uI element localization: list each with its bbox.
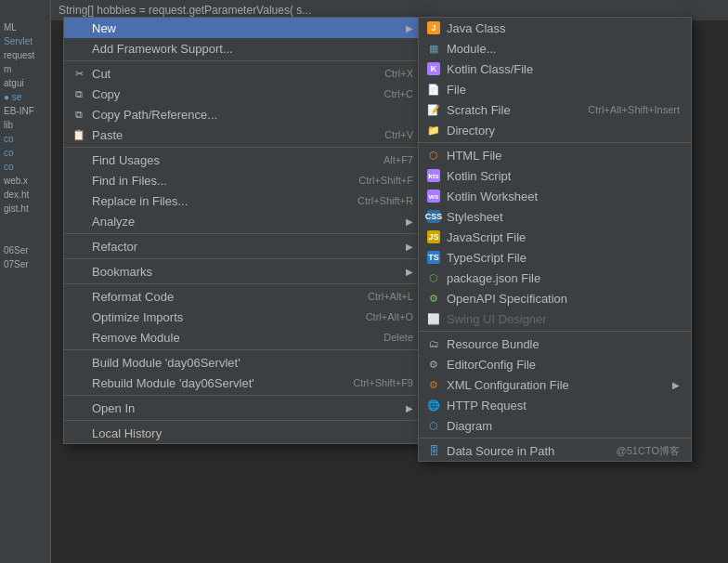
separator-6 xyxy=(64,349,424,350)
menu-item-add-framework[interactable]: Add Framework Support... xyxy=(64,38,424,59)
separator-3 xyxy=(64,233,424,234)
sidebar-item-dexht: dex.ht xyxy=(0,188,51,202)
menu-item-optimize-imports[interactable]: Optimize Imports Ctrl+Alt+O xyxy=(64,307,424,327)
sidebar-item-ebinf: EB-INF xyxy=(0,104,51,118)
sidebar-item-m: m xyxy=(0,62,51,76)
copy-path-icon: ⧉ xyxy=(72,107,86,122)
resource-bundle-icon: 🗂 xyxy=(426,336,441,351)
menu-item-paste[interactable]: 📋 Paste Ctrl+V xyxy=(64,124,424,145)
sidebar-item-num1: 06Ser xyxy=(0,243,51,257)
analyze-arrow: ▶ xyxy=(406,216,413,227)
menu-label-bookmarks: Bookmarks xyxy=(92,265,152,279)
directory-icon: 📁 xyxy=(426,123,441,137)
separator-2 xyxy=(64,147,424,148)
menu-item-editorconfig[interactable]: ⚙ EditorConfig File xyxy=(419,354,691,374)
menu-item-local-history[interactable]: Local History xyxy=(64,423,424,443)
sidebar-item-ml: ML xyxy=(0,20,51,34)
menu-item-find-usages[interactable]: Find Usages Alt+F7 xyxy=(64,150,424,170)
menu-item-cut[interactable]: ✂ Cut Ctrl+X xyxy=(64,63,424,84)
menu-label-kotlin-worksheet: Kotlin Worksheet xyxy=(447,190,538,203)
kotlin-script-icon: kts xyxy=(426,168,441,183)
menu-item-typescript-file[interactable]: TS TypeScript File xyxy=(419,247,691,268)
context-menu-primary[interactable]: New ▶ Add Framework Support... ✂ Cut Ctr… xyxy=(63,17,425,444)
menu-item-kotlin-class[interactable]: K Kotlin Class/File xyxy=(419,59,691,79)
menu-item-refactor[interactable]: Refactor ▶ xyxy=(64,236,424,256)
reformat-shortcut: Ctrl+Alt+L xyxy=(368,291,413,302)
menu-item-replace-in-files[interactable]: Replace in Files... Ctrl+Shift+R xyxy=(64,190,424,211)
menu-item-kotlin-script[interactable]: kts Kotlin Script xyxy=(419,165,691,186)
menu-item-build-module[interactable]: Build Module 'day06Servlet' xyxy=(64,352,424,373)
copy-shortcut: Ctrl+C xyxy=(384,88,413,99)
diagram-icon: ⬡ xyxy=(426,418,441,433)
menu-label-scratch-file: Scratch File xyxy=(447,103,511,117)
menu-label-cut: Cut xyxy=(92,67,110,81)
menu-item-file[interactable]: 📄 File xyxy=(419,79,691,99)
javascript-file-icon: JS xyxy=(426,229,441,244)
sidebar-item-servlet: Servlet xyxy=(0,34,51,48)
new-arrow: ▶ xyxy=(406,23,413,33)
file-icon: 📄 xyxy=(426,82,441,97)
build-icon xyxy=(72,355,86,370)
menu-item-new[interactable]: New ▶ xyxy=(64,18,424,38)
context-menu-new-submenu[interactable]: J Java Class ▦ Module... K Kotlin Class/… xyxy=(418,17,692,462)
optimize-shortcut: Ctrl+Alt+O xyxy=(366,311,413,322)
menu-item-analyze[interactable]: Analyze ▶ xyxy=(64,211,424,231)
menu-label-module: Module... xyxy=(447,42,496,56)
menu-item-diagram[interactable]: ⬡ Diagram xyxy=(419,415,691,436)
menu-item-copy[interactable]: ⧉ Copy Ctrl+C xyxy=(64,84,424,104)
separator-1 xyxy=(64,60,424,61)
paste-icon: 📋 xyxy=(72,127,86,142)
menu-item-html-file[interactable]: ⬡ HTML File xyxy=(419,145,691,165)
menu-item-reformat[interactable]: Reformat Code Ctrl+Alt+L xyxy=(64,286,424,307)
menu-item-datasource[interactable]: 🗄 Data Source in Path @51CTO博客 xyxy=(419,440,691,461)
find-usages-icon xyxy=(72,152,86,167)
menu-label-kotlin-script: Kotlin Script xyxy=(447,169,511,183)
menu-label-find-in-files: Find in Files... xyxy=(92,174,167,188)
reformat-icon xyxy=(72,289,86,304)
menu-item-kotlin-worksheet[interactable]: ws Kotlin Worksheet xyxy=(419,186,691,206)
menu-item-scratch-file[interactable]: 📝 Scratch File Ctrl+Alt+Shift+Insert xyxy=(419,99,691,120)
menu-label-directory: Directory xyxy=(447,124,495,137)
menu-item-module[interactable]: ▦ Module... xyxy=(419,38,691,59)
menu-item-resource-bundle[interactable]: 🗂 Resource Bundle xyxy=(419,334,691,354)
menu-item-bookmarks[interactable]: Bookmarks ▶ xyxy=(64,261,424,282)
kotlin-worksheet-icon: ws xyxy=(426,189,441,203)
menu-label-xml-config: XML Configuration File xyxy=(447,378,569,392)
replace-in-files-icon xyxy=(72,193,86,208)
add-framework-icon xyxy=(72,41,86,56)
menu-item-java-class[interactable]: J Java Class xyxy=(419,18,691,38)
copy-icon: ⧉ xyxy=(72,86,86,101)
menu-item-javascript-file[interactable]: JS JavaScript File xyxy=(419,227,691,247)
menu-label-remove-module: Remove Module xyxy=(92,331,180,345)
menu-item-http-request[interactable]: 🌐 HTTP Request xyxy=(419,395,691,415)
menu-item-remove-module[interactable]: Remove Module Delete xyxy=(64,327,424,347)
html-file-icon: ⬡ xyxy=(426,148,441,163)
menu-item-rebuild-module[interactable]: Rebuild Module 'day06Servlet' Ctrl+Shift… xyxy=(64,373,424,393)
menu-item-stylesheet[interactable]: CSS Stylesheet xyxy=(419,206,691,227)
menu-item-openapi[interactable]: ⚙ OpenAPI Specification xyxy=(419,288,691,308)
menu-label-java-class: Java Class xyxy=(447,21,506,35)
sidebar: ML Servlet request m atgui ● se EB-INF l… xyxy=(0,0,51,563)
menu-item-open-in[interactable]: Open In ▶ xyxy=(64,398,424,418)
menu-label-openapi: OpenAPI Specification xyxy=(447,292,567,306)
menu-label-rebuild-module: Rebuild Module 'day06Servlet' xyxy=(92,376,254,390)
menu-item-find-in-files[interactable]: Find in Files... Ctrl+Shift+F xyxy=(64,170,424,190)
menu-label-javascript-file: JavaScript File xyxy=(447,230,526,244)
menu-label-optimize-imports: Optimize Imports xyxy=(92,310,183,324)
bookmarks-icon xyxy=(72,264,86,279)
new-icon xyxy=(72,20,86,35)
menu-item-xml-config[interactable]: ⚙ XML Configuration File ▶ xyxy=(419,374,691,395)
menu-label-build-module: Build Module 'day06Servlet' xyxy=(92,356,240,370)
find-usages-shortcut: Alt+F7 xyxy=(384,154,413,165)
sidebar-labels: ML Servlet request m atgui ● se EB-INF l… xyxy=(0,20,51,271)
sidebar-item-lib: lib xyxy=(0,118,51,132)
menu-item-package-json[interactable]: ⬡ package.json File xyxy=(419,268,691,288)
menu-label-datasource: Data Source in Path xyxy=(447,444,554,458)
bookmarks-arrow: ▶ xyxy=(406,267,413,277)
menu-item-directory[interactable]: 📁 Directory xyxy=(419,120,691,140)
menu-label-open-in: Open In xyxy=(92,401,135,415)
local-history-icon xyxy=(72,426,86,440)
sidebar-item-co1: co xyxy=(0,132,51,146)
menu-label-copy-path: Copy Path/Reference... xyxy=(92,108,217,122)
menu-item-copy-path[interactable]: ⧉ Copy Path/Reference... xyxy=(64,104,424,124)
